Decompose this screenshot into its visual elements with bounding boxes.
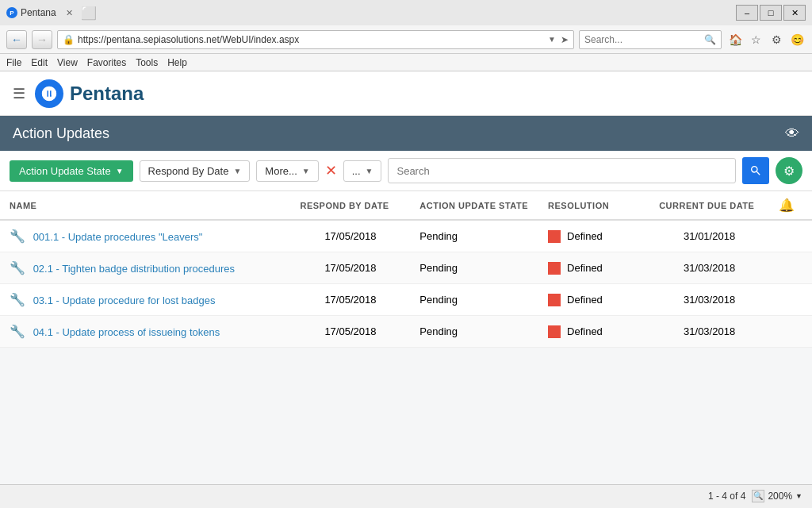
col-header-action-update-state: ACTION UPDATE STATE (410, 191, 538, 220)
menu-bar: File Edit View Favorites Tools Help (0, 54, 812, 71)
pentana-logo-icon (40, 85, 58, 102)
cell-current-date-1: 31/03/2018 (649, 252, 769, 284)
back-btn[interactable]: ← (6, 30, 27, 49)
settings-gear-icon[interactable]: ⚙ (768, 31, 785, 48)
resolution-text-1: Defined (567, 262, 603, 274)
table-wrap: NAME RESPOND BY DATE ACTION UPDATE STATE… (0, 191, 812, 461)
maximize-btn[interactable]: □ (760, 5, 782, 21)
menu-help[interactable]: Help (167, 57, 187, 68)
extra-filter-btn[interactable]: ... ▼ (343, 160, 382, 182)
cell-current-date-2: 31/03/2018 (649, 284, 769, 316)
address-dropdown-icon[interactable]: ▼ (548, 35, 556, 44)
respond-by-date-filter-btn[interactable]: Respond By Date ▼ (140, 160, 251, 182)
cell-respond-date-0: 17/05/2018 (290, 220, 410, 252)
cell-state-1: Pending (410, 252, 538, 284)
search-wrap[interactable] (388, 158, 736, 183)
cell-state-3: Pending (410, 316, 538, 348)
cell-state-0: Pending (410, 220, 538, 252)
nav-bar: ← → 🔒 https://pentana.sepiasolutions.net… (0, 25, 812, 54)
tab-close-icon[interactable]: ✕ (66, 8, 73, 18)
home-btn[interactable]: 🏠 (726, 31, 744, 48)
more-filter-btn[interactable]: More... ▼ (256, 160, 318, 182)
lock-icon: 🔒 (63, 34, 75, 45)
cell-respond-date-2: 17/05/2018 (290, 284, 410, 316)
row-icon-1: 🔧 (10, 260, 25, 275)
column-filter-icon[interactable]: 🔔 (779, 198, 795, 212)
col-header-resolution: RESOLUTION (538, 191, 649, 220)
resolution-text-3: Defined (567, 325, 603, 337)
menu-tools[interactable]: Tools (136, 57, 158, 68)
menu-file[interactable]: File (6, 57, 21, 68)
more-dropdown-icon: ▼ (302, 167, 310, 175)
cell-action-3 (769, 316, 812, 348)
page-title: Action Updates (13, 125, 109, 142)
search-go-btn[interactable] (742, 157, 769, 184)
cell-current-date-3: 31/03/2018 (649, 316, 769, 348)
clear-filter-btn[interactable]: ✕ (325, 162, 337, 179)
page-header: Action Updates 👁 (0, 116, 812, 151)
col-header-name: NAME (0, 191, 290, 220)
logo-circle (35, 79, 63, 108)
zoom-control[interactable]: 🔍 200% ▼ (752, 490, 802, 502)
minimize-btn[interactable]: – (736, 5, 758, 21)
cell-action-1 (769, 252, 812, 284)
resolution-text-2: Defined (567, 294, 603, 306)
cell-respond-date-1: 17/05/2018 (290, 252, 410, 284)
toolbar: Action Update State ▼ Respond By Date ▼ … (0, 151, 812, 191)
navigate-icon[interactable]: ➤ (561, 34, 569, 45)
zoom-level: 200% (768, 491, 792, 502)
cell-name-0: 🔧 001.1 - Update procedures "Leavers" (0, 220, 290, 252)
record-count: 1 - 4 of 4 (708, 491, 745, 502)
zoom-out-btn[interactable]: 🔍 (752, 490, 764, 502)
action-update-state-label: Action Update State (19, 165, 111, 177)
row-icon-3: 🔧 (10, 324, 25, 339)
browser-search-bar[interactable]: 🔍 (579, 30, 722, 49)
respond-by-date-label: Respond By Date (148, 165, 229, 177)
table-row: 🔧 04.1 - Update process of issueing toke… (0, 316, 812, 348)
action-update-state-dropdown-icon: ▼ (116, 167, 124, 175)
extra-filter-label: ... (352, 165, 361, 177)
status-bar: 1 - 4 of 4 🔍 200% ▼ (0, 484, 812, 506)
item-link-1[interactable]: 02.1 - Tighten badge distribution proced… (33, 263, 235, 275)
resolution-indicator-1 (548, 262, 561, 275)
new-tab-btn[interactable]: ⬜ (81, 6, 97, 21)
menu-favorites[interactable]: Favorites (87, 57, 126, 68)
forward-btn[interactable]: → (32, 30, 52, 49)
zoom-dropdown-icon[interactable]: ▼ (795, 492, 802, 500)
hamburger-menu-btn[interactable]: ☰ (13, 85, 25, 102)
browser-search-input[interactable] (584, 34, 704, 45)
user-icon[interactable]: 😊 (788, 31, 806, 48)
action-update-state-filter-btn[interactable]: Action Update State ▼ (10, 160, 133, 182)
respond-by-date-dropdown-icon: ▼ (233, 167, 241, 175)
cell-resolution-0: Defined (538, 220, 649, 252)
cell-action-0 (769, 220, 812, 252)
search-input[interactable] (396, 165, 727, 177)
tab-favicon: P (6, 7, 17, 18)
cell-name-1: 🔧 02.1 - Tighten badge distribution proc… (0, 252, 290, 284)
cell-resolution-2: Defined (538, 284, 649, 316)
settings-icon: ⚙ (783, 164, 795, 179)
item-link-3[interactable]: 04.1 - Update process of issueing tokens (33, 326, 220, 338)
col-header-filter[interactable]: 🔔 (769, 191, 812, 220)
filter-settings-btn[interactable]: ⚙ (776, 157, 802, 184)
star-btn[interactable]: ☆ (747, 31, 764, 48)
row-icon-2: 🔧 (10, 292, 25, 307)
item-link-0[interactable]: 001.1 - Update procedures "Leavers" (33, 231, 203, 243)
close-btn[interactable]: ✕ (783, 5, 806, 21)
cell-current-date-0: 31/01/2018 (649, 220, 769, 252)
app-header: ☰ Pentana (0, 71, 812, 116)
action-updates-table: NAME RESPOND BY DATE ACTION UPDATE STATE… (0, 191, 812, 348)
table-row: 🔧 02.1 - Tighten badge distribution proc… (0, 252, 812, 284)
eye-icon[interactable]: 👁 (785, 125, 799, 142)
table-row: 🔧 03.1 - Update procedure for lost badge… (0, 284, 812, 316)
cell-resolution-1: Defined (538, 252, 649, 284)
title-bar: P Pentana ✕ ⬜ – □ ✕ (0, 0, 812, 25)
address-bar[interactable]: 🔒 https://pentana.sepiasolutions.net/Web… (57, 30, 574, 49)
search-icon (749, 164, 762, 177)
resolution-text-0: Defined (567, 230, 603, 242)
menu-view[interactable]: View (57, 57, 78, 68)
browser-search-icon[interactable]: 🔍 (704, 34, 716, 45)
menu-edit[interactable]: Edit (31, 57, 48, 68)
cell-state-2: Pending (410, 284, 538, 316)
item-link-2[interactable]: 03.1 - Update procedure for lost badges (33, 294, 216, 306)
